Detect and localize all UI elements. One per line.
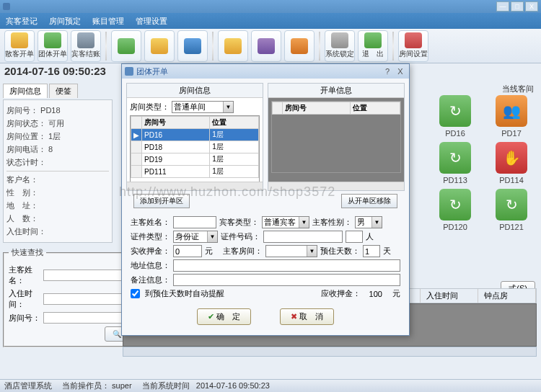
exit-icon (364, 32, 382, 48)
room-label: PD17 (486, 129, 537, 138)
tbtn-group-checkin[interactable]: 团体开单 (38, 30, 68, 62)
room-card[interactable]: ↻PD16 (430, 95, 480, 138)
list-col-hourly: 钟点房 (478, 289, 536, 303)
idno-input[interactable] (263, 231, 343, 243)
gender-input[interactable] (356, 217, 371, 228)
add-to-order-button[interactable]: 添加到开单区 (133, 194, 190, 208)
addr-label: 地址信息： (131, 260, 170, 271)
guest-type-input[interactable] (263, 217, 299, 228)
grid-scrollbar[interactable] (127, 182, 263, 190)
gender-label: 主客性别： (312, 217, 352, 228)
should-deposit-value: 100 (369, 290, 382, 298)
room-label: PD121 (486, 223, 537, 231)
tbtn-exit[interactable]: 退 出 (358, 30, 388, 62)
ok-label: 确 定 (216, 311, 240, 322)
addr-input[interactable] (173, 259, 400, 272)
left-panel: 房间信息 便签 房间号： PD18 房间状态： 可用 房间位置： 1层 房间电话… (0, 81, 115, 379)
status-app-name: 酒店管理系统 (4, 380, 52, 391)
chevron-down-icon[interactable]: ▼ (307, 246, 317, 257)
tbtn-5[interactable] (144, 30, 175, 62)
table-row[interactable]: PD1111层 (131, 166, 259, 178)
tbtn-room-settings[interactable]: 房间设置 (398, 30, 428, 62)
tbtn-single-checkin[interactable]: 散客开单 (4, 30, 35, 62)
info-address: 地 址： (6, 200, 109, 211)
tbtn-6[interactable] (177, 30, 208, 62)
titlebar: — □ X (0, 0, 541, 13)
minimize-button[interactable]: — (496, 1, 509, 12)
tab-room-info[interactable]: 房间信息 (3, 84, 48, 98)
guest-type-combo[interactable]: ▼ (262, 216, 309, 228)
menu-account-manage[interactable]: 账目管理 (92, 16, 124, 27)
tbtn-9[interactable] (284, 30, 315, 62)
guest-name-input[interactable] (173, 216, 216, 228)
room-type-combo[interactable]: ▼ (172, 101, 234, 113)
chevron-down-icon[interactable]: ▼ (299, 217, 309, 228)
maximize-button[interactable]: □ (511, 1, 524, 12)
room-card[interactable]: ↻PD121 (486, 189, 537, 231)
dialog-help-button[interactable]: ? (382, 66, 393, 76)
chevron-down-icon[interactable]: ▼ (223, 102, 233, 112)
mainroom-combo[interactable]: ▼ (265, 245, 317, 257)
refresh-icon (118, 38, 135, 54)
remove-from-order-button[interactable]: 从开单区移除 (341, 194, 397, 208)
grid-col-loc: 位置 (210, 117, 259, 129)
auto-remind-label: 到预住天数时自动提醒 (145, 288, 224, 299)
chevron-down-icon[interactable]: ▼ (371, 217, 382, 228)
search-icon (151, 38, 168, 54)
room-card[interactable]: 👥PD17 (486, 95, 537, 138)
menu-settings[interactable]: 管理设置 (136, 16, 167, 27)
auto-remind-checkbox[interactable] (131, 289, 140, 298)
table-row[interactable]: PD191层 (131, 153, 259, 166)
note-input[interactable] (173, 274, 400, 286)
tbtn-lock[interactable]: 系统锁定 (325, 30, 355, 62)
warning-icon (224, 38, 242, 54)
mainroom-input[interactable] (266, 246, 307, 257)
dialog-close-button[interactable]: X (395, 66, 406, 76)
days-input[interactable] (363, 245, 380, 257)
close-button[interactable]: X (525, 1, 538, 12)
deposit-input[interactable] (173, 245, 202, 257)
idtype-combo[interactable]: ▼ (173, 231, 218, 243)
table-row[interactable]: ▶PD161层 (131, 129, 259, 141)
list-scrollbar[interactable] (123, 347, 537, 357)
info-people: 人 数： (6, 213, 109, 224)
menu-guest-register[interactable]: 宾客登记 (6, 16, 38, 27)
people-suffix: 人 (366, 231, 374, 242)
people-input[interactable] (346, 231, 363, 243)
room-card[interactable]: ↻PD120 (430, 189, 480, 231)
selected-rooms-grid[interactable]: 房间号位置 (271, 101, 401, 173)
person-icon (11, 32, 28, 48)
dialog-titlebar: 团体开单 ? X (122, 64, 409, 79)
menu-room-reserve[interactable]: 房间预定 (49, 16, 81, 27)
info-room-phone: 房间电话： 8 (6, 144, 109, 155)
room-card[interactable]: ✋PD114 (486, 142, 537, 184)
tbtn-8[interactable] (251, 30, 281, 62)
room-type-input[interactable] (172, 102, 223, 112)
cell-loc: 1层 (210, 166, 259, 178)
tbtn-label: 房间设置 (399, 49, 428, 59)
room-icon: ✋ (496, 142, 527, 174)
tab-notes[interactable]: 便签 (49, 84, 78, 98)
ok-button[interactable]: ✔确 定 (197, 308, 251, 325)
table-row[interactable]: PD181层 (131, 141, 259, 153)
tbtn-4[interactable] (111, 30, 141, 62)
search-room-label: 房间号： (9, 313, 43, 324)
room-label: PD120 (430, 223, 480, 231)
tbtn-checkout[interactable]: 宾客结账 (71, 30, 101, 62)
room-card[interactable]: ↻PD113 (430, 142, 480, 184)
cell-loc: 1层 (210, 141, 259, 153)
gender-combo[interactable]: ▼ (355, 216, 382, 228)
idtype-input[interactable] (174, 231, 207, 242)
tbtn-label: 系统锁定 (325, 49, 354, 59)
grid-scrollbar[interactable] (268, 182, 404, 190)
tbtn-7[interactable] (218, 30, 248, 62)
available-rooms-grid[interactable]: 房间号位置 ▶PD161层 PD181层 PD191层 PD1111层 (130, 115, 260, 187)
cell-room: PD111 (142, 166, 210, 178)
dialog-icon (125, 67, 133, 76)
note-label: 备注信息： (131, 275, 170, 285)
cancel-button[interactable]: ✖取 消 (280, 308, 334, 325)
tbtn-label: 散客开单 (5, 49, 34, 59)
chevron-down-icon[interactable]: ▼ (207, 231, 217, 242)
group-checkin-dialog: 团体开单 ? X 房间信息 房间类型： ▼ 房间号位置 ▶PD161层 PD18… (121, 63, 410, 336)
info-gender: 性 别： (6, 187, 109, 198)
